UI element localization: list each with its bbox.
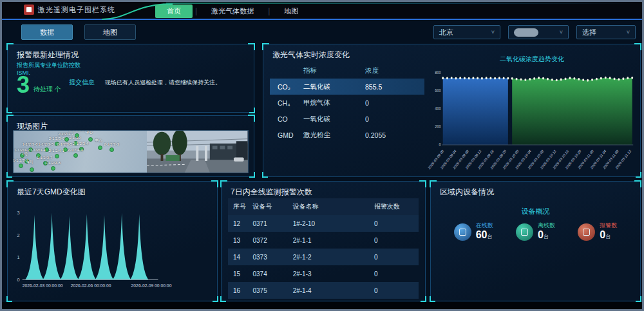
select-value: 选择 [582, 28, 596, 37]
corner-decoration [430, 296, 435, 302]
corner-decoration [636, 172, 641, 178]
alarm-count-table-panel: 7日内全线监测报警次数 序号设备号设备名称报警次数1203711#-2-1001… [221, 181, 426, 301]
online-device-icon [454, 223, 471, 241]
table-row: 1603752#-1-40 [228, 282, 419, 299]
table-row: 1303722#-1-10 [228, 232, 419, 249]
chevron-down-icon: ˅ [491, 29, 495, 35]
device-stat-online: 在线数60台 [454, 221, 493, 242]
device-overview-panel: 区域内设备情况 设备概况 在线数60台离线数0台报警数0台 [430, 181, 641, 301]
table-row: 1203711#-2-100 [228, 215, 419, 232]
map-marker-label: 1-1/2/3-8 [44, 161, 60, 165]
map-marker[interactable] [88, 137, 93, 142]
map-marker[interactable] [30, 167, 34, 172]
svg-text:3: 3 [17, 210, 19, 216]
alarm-message: 现场已有人员巡检处理，请您继续保持关注。 [105, 79, 221, 87]
corner-decoration [262, 172, 268, 178]
alarm-status-panel: 报警最新处理情况 报告所属专业单位防控数 ISMI. 3 待处理 个 提交信息 … [7, 44, 254, 113]
map-button[interactable]: 地图 [84, 24, 136, 40]
map-marker-label: 4号 [27, 160, 33, 165]
panel-title: 7日内全线监测报警次数 [222, 182, 425, 200]
map-marker[interactable] [64, 137, 69, 142]
panel-title: 区域内设备情况 [431, 182, 640, 200]
select-value: 北京 [439, 28, 453, 37]
device-stats: 在线数60台离线数0台报警数0台 [431, 221, 640, 242]
toolbar: 数据 地图 北京˅˅选择˅ [2, 21, 642, 43]
map-marker-label: 2-1/2/3-3 [104, 142, 119, 146]
chevron-down-icon: ˅ [627, 29, 630, 35]
panel-title: 报警最新处理情况 [8, 44, 254, 63]
map-marker-label: 1-1/2/3-6 [22, 142, 37, 146]
svg-text:0: 0 [439, 142, 441, 147]
filter-select-1[interactable]: ˅ [508, 25, 569, 39]
tab-1[interactable]: 激光气体数据 [200, 5, 265, 18]
corner-decoration [213, 296, 218, 302]
svg-text:2026-02-06 00:00:00: 2026-02-06 00:00:00 [71, 283, 111, 288]
panel-title: 最近7天GMD变化图 [8, 182, 217, 200]
gas-table-row[interactable]: CO一氧化碳0 [270, 111, 424, 127]
svg-text:2026-02-09 00:00:00: 2026-02-09 00:00:00 [131, 283, 172, 288]
gas-concentration-panel: 激光气体实时浓度变化 指标浓度CO₂二氧化碳855.5CH₄甲烷气体0CO一氧化… [263, 44, 641, 177]
tab-0[interactable]: 首页 [155, 5, 193, 18]
data-button[interactable]: 数据 [21, 24, 73, 40]
map-marker-label: 2-1/2/3-6 [49, 137, 64, 140]
nav-tabs: 首页|激光气体数据|地图 [155, 5, 310, 17]
redacted-value [514, 28, 538, 37]
device-alarm-table: 序号设备号设备名称报警次数1203711#-2-1001303722#-1-10… [228, 198, 419, 299]
map-marker-label: 2-1/2/3-5 [57, 142, 72, 146]
corner-decoration [636, 296, 641, 302]
svg-text:2: 2 [17, 232, 19, 238]
map-marker[interactable] [98, 146, 102, 150]
map-marker-label: 中心 [85, 131, 93, 136]
map-marker-label: 1-1/2/3-7 [37, 156, 52, 160]
map-marker[interactable] [73, 153, 78, 158]
map-marker-label: 1号 [22, 151, 28, 157]
top-bar: 激光遥测电子围栏系统 首页|激光气体数据|地图 [2, 2, 642, 20]
site-photo[interactable]: 2-1/2/3-82-1/2/3-72-1/2/3-62-1-10中心1-1/2… [13, 130, 249, 173]
gmd-trend-panel: 最近7天GMD变化图 01232026-02-03 00:00:002026-0… [7, 181, 218, 301]
chevron-down-icon: ˅ [560, 29, 563, 35]
map-marker[interactable] [51, 166, 55, 171]
map-marker-label: 中心 [95, 138, 102, 144]
table-row: 1503742#-1-30 [228, 265, 419, 282]
corner-decoration [421, 296, 426, 302]
map-marker-label: 2-1/2/4-1 [49, 149, 64, 153]
map-marker[interactable] [109, 147, 114, 152]
gas-table: 指标浓度CO₂二氧化碳855.5CH₄甲烷气体0CO一氧化碳0GMD激光粉尘0.… [270, 62, 424, 143]
svg-text:1: 1 [17, 254, 19, 260]
gas-table-row[interactable]: CH₄甲烷气体0 [270, 95, 424, 111]
chart-title: 二氧化碳浓度趋势变化 [428, 55, 636, 64]
tab-separator: | [193, 6, 200, 15]
filter-select-2[interactable]: 选择˅ [576, 25, 636, 39]
alarm-device-icon [578, 223, 595, 241]
corner-decoration [249, 172, 255, 178]
offline-device-icon [516, 223, 533, 241]
svg-text:600: 600 [435, 88, 441, 93]
device-subtitle: 设备概况 [431, 207, 640, 216]
map-marker-label: 2-1/2/4-4 [68, 148, 83, 152]
gas-table-row[interactable]: CO₂二氧化碳855.5 [270, 79, 424, 95]
map-marker-label: 1-1/2/3-1 [14, 158, 28, 162]
filter-select-0[interactable]: 北京˅ [433, 25, 500, 39]
device-stat-alarm: 报警数0台 [578, 221, 617, 242]
gas-table-header: 指标浓度 [270, 62, 424, 79]
map-marker-label: 2-1/2/3-4 [73, 142, 88, 146]
co2-trend-chart: 二氧化碳浓度趋势变化 02004006008002026-03-09 00202… [428, 55, 636, 175]
dashboard-window: 激光遥测电子围栏系统 首页|激光气体数据|地图 数据 地图 北京˅˅选择˅ 报警… [0, 0, 644, 311]
stat-value: 60台 [476, 230, 493, 242]
logo-icon [24, 5, 34, 15]
map-marker[interactable] [19, 164, 23, 168]
map-marker[interactable] [55, 154, 59, 158]
filter-selects: 北京˅˅选择˅ [433, 25, 636, 39]
tab-2[interactable]: 地图 [272, 5, 310, 18]
tab-separator: | [265, 6, 272, 15]
submit-info-button[interactable]: 提交信息 [69, 78, 95, 87]
device-stat-offline: 离线数0台 [516, 221, 555, 242]
gas-table-row[interactable]: GMD激光粉尘0.2055 [270, 127, 424, 143]
svg-text:2026-02-03 00:00:00: 2026-02-03 00:00:00 [23, 283, 63, 288]
bottom-bar [2, 302, 642, 309]
corner-decoration [220, 296, 226, 302]
alarm-count: 3 待处理 个 [17, 73, 61, 97]
gmd-spike-chart: 01232026-02-03 00:00:002026-02-06 00:00:… [12, 200, 213, 298]
stat-value: 0台 [538, 230, 555, 242]
corner-decoration [249, 108, 255, 113]
